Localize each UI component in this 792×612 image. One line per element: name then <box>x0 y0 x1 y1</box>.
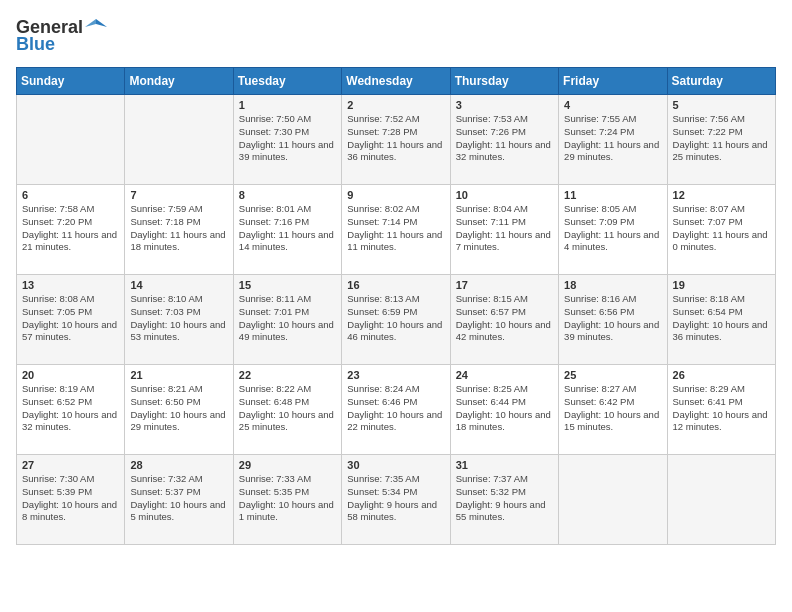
day-info: Sunrise: 8:13 AM Sunset: 6:59 PM Dayligh… <box>347 293 444 344</box>
calendar-cell: 3Sunrise: 7:53 AM Sunset: 7:26 PM Daylig… <box>450 95 558 185</box>
day-number: 18 <box>564 279 661 291</box>
calendar-cell: 13Sunrise: 8:08 AM Sunset: 7:05 PM Dayli… <box>17 275 125 365</box>
calendar-cell <box>559 455 667 545</box>
day-info: Sunrise: 8:29 AM Sunset: 6:41 PM Dayligh… <box>673 383 770 434</box>
day-info: Sunrise: 7:55 AM Sunset: 7:24 PM Dayligh… <box>564 113 661 164</box>
day-number: 7 <box>130 189 227 201</box>
calendar-week-3: 13Sunrise: 8:08 AM Sunset: 7:05 PM Dayli… <box>17 275 776 365</box>
calendar-cell: 1Sunrise: 7:50 AM Sunset: 7:30 PM Daylig… <box>233 95 341 185</box>
day-info: Sunrise: 8:07 AM Sunset: 7:07 PM Dayligh… <box>673 203 770 254</box>
day-number: 4 <box>564 99 661 111</box>
day-number: 22 <box>239 369 336 381</box>
day-number: 26 <box>673 369 770 381</box>
day-info: Sunrise: 8:21 AM Sunset: 6:50 PM Dayligh… <box>130 383 227 434</box>
calendar-cell: 31Sunrise: 7:37 AM Sunset: 5:32 PM Dayli… <box>450 455 558 545</box>
day-number: 6 <box>22 189 119 201</box>
day-number: 1 <box>239 99 336 111</box>
day-number: 8 <box>239 189 336 201</box>
calendar-week-5: 27Sunrise: 7:30 AM Sunset: 5:39 PM Dayli… <box>17 455 776 545</box>
calendar-table: SundayMondayTuesdayWednesdayThursdayFrid… <box>16 67 776 545</box>
day-number: 25 <box>564 369 661 381</box>
calendar-cell: 8Sunrise: 8:01 AM Sunset: 7:16 PM Daylig… <box>233 185 341 275</box>
day-number: 17 <box>456 279 553 291</box>
calendar-cell: 28Sunrise: 7:32 AM Sunset: 5:37 PM Dayli… <box>125 455 233 545</box>
day-number: 5 <box>673 99 770 111</box>
calendar-cell: 10Sunrise: 8:04 AM Sunset: 7:11 PM Dayli… <box>450 185 558 275</box>
day-number: 13 <box>22 279 119 291</box>
day-number: 19 <box>673 279 770 291</box>
header-wednesday: Wednesday <box>342 68 450 95</box>
calendar-week-4: 20Sunrise: 8:19 AM Sunset: 6:52 PM Dayli… <box>17 365 776 455</box>
day-info: Sunrise: 8:01 AM Sunset: 7:16 PM Dayligh… <box>239 203 336 254</box>
calendar-cell: 4Sunrise: 7:55 AM Sunset: 7:24 PM Daylig… <box>559 95 667 185</box>
day-number: 9 <box>347 189 444 201</box>
day-info: Sunrise: 7:59 AM Sunset: 7:18 PM Dayligh… <box>130 203 227 254</box>
svg-marker-1 <box>85 19 96 27</box>
day-info: Sunrise: 8:08 AM Sunset: 7:05 PM Dayligh… <box>22 293 119 344</box>
header-tuesday: Tuesday <box>233 68 341 95</box>
calendar-cell: 27Sunrise: 7:30 AM Sunset: 5:39 PM Dayli… <box>17 455 125 545</box>
day-info: Sunrise: 7:33 AM Sunset: 5:35 PM Dayligh… <box>239 473 336 524</box>
svg-marker-0 <box>96 19 107 27</box>
calendar-cell: 22Sunrise: 8:22 AM Sunset: 6:48 PM Dayli… <box>233 365 341 455</box>
day-number: 24 <box>456 369 553 381</box>
calendar-cell: 14Sunrise: 8:10 AM Sunset: 7:03 PM Dayli… <box>125 275 233 365</box>
calendar-cell: 6Sunrise: 7:58 AM Sunset: 7:20 PM Daylig… <box>17 185 125 275</box>
calendar-cell <box>125 95 233 185</box>
header-thursday: Thursday <box>450 68 558 95</box>
day-number: 20 <box>22 369 119 381</box>
day-info: Sunrise: 7:37 AM Sunset: 5:32 PM Dayligh… <box>456 473 553 524</box>
day-number: 23 <box>347 369 444 381</box>
day-number: 10 <box>456 189 553 201</box>
day-info: Sunrise: 7:35 AM Sunset: 5:34 PM Dayligh… <box>347 473 444 524</box>
calendar-cell <box>667 455 775 545</box>
day-info: Sunrise: 7:56 AM Sunset: 7:22 PM Dayligh… <box>673 113 770 164</box>
header-monday: Monday <box>125 68 233 95</box>
logo-blue-text: Blue <box>16 34 55 55</box>
day-info: Sunrise: 8:16 AM Sunset: 6:56 PM Dayligh… <box>564 293 661 344</box>
day-number: 12 <box>673 189 770 201</box>
calendar-cell: 5Sunrise: 7:56 AM Sunset: 7:22 PM Daylig… <box>667 95 775 185</box>
calendar-cell: 17Sunrise: 8:15 AM Sunset: 6:57 PM Dayli… <box>450 275 558 365</box>
calendar-cell: 20Sunrise: 8:19 AM Sunset: 6:52 PM Dayli… <box>17 365 125 455</box>
day-number: 31 <box>456 459 553 471</box>
day-number: 28 <box>130 459 227 471</box>
day-info: Sunrise: 8:18 AM Sunset: 6:54 PM Dayligh… <box>673 293 770 344</box>
calendar-cell: 9Sunrise: 8:02 AM Sunset: 7:14 PM Daylig… <box>342 185 450 275</box>
day-info: Sunrise: 8:19 AM Sunset: 6:52 PM Dayligh… <box>22 383 119 434</box>
calendar-cell: 18Sunrise: 8:16 AM Sunset: 6:56 PM Dayli… <box>559 275 667 365</box>
calendar-cell <box>17 95 125 185</box>
day-info: Sunrise: 7:32 AM Sunset: 5:37 PM Dayligh… <box>130 473 227 524</box>
day-number: 29 <box>239 459 336 471</box>
day-number: 27 <box>22 459 119 471</box>
day-number: 11 <box>564 189 661 201</box>
day-info: Sunrise: 8:15 AM Sunset: 6:57 PM Dayligh… <box>456 293 553 344</box>
calendar-cell: 15Sunrise: 8:11 AM Sunset: 7:01 PM Dayli… <box>233 275 341 365</box>
day-number: 16 <box>347 279 444 291</box>
day-number: 15 <box>239 279 336 291</box>
logo: General Blue <box>16 16 107 55</box>
day-info: Sunrise: 8:10 AM Sunset: 7:03 PM Dayligh… <box>130 293 227 344</box>
header-friday: Friday <box>559 68 667 95</box>
calendar-cell: 2Sunrise: 7:52 AM Sunset: 7:28 PM Daylig… <box>342 95 450 185</box>
calendar-week-1: 1Sunrise: 7:50 AM Sunset: 7:30 PM Daylig… <box>17 95 776 185</box>
day-info: Sunrise: 8:27 AM Sunset: 6:42 PM Dayligh… <box>564 383 661 434</box>
calendar-cell: 19Sunrise: 8:18 AM Sunset: 6:54 PM Dayli… <box>667 275 775 365</box>
day-info: Sunrise: 8:24 AM Sunset: 6:46 PM Dayligh… <box>347 383 444 434</box>
day-number: 30 <box>347 459 444 471</box>
calendar-cell: 7Sunrise: 7:59 AM Sunset: 7:18 PM Daylig… <box>125 185 233 275</box>
calendar-header-row: SundayMondayTuesdayWednesdayThursdayFrid… <box>17 68 776 95</box>
day-number: 2 <box>347 99 444 111</box>
calendar-cell: 21Sunrise: 8:21 AM Sunset: 6:50 PM Dayli… <box>125 365 233 455</box>
calendar-cell: 12Sunrise: 8:07 AM Sunset: 7:07 PM Dayli… <box>667 185 775 275</box>
day-info: Sunrise: 8:05 AM Sunset: 7:09 PM Dayligh… <box>564 203 661 254</box>
calendar-cell: 25Sunrise: 8:27 AM Sunset: 6:42 PM Dayli… <box>559 365 667 455</box>
day-info: Sunrise: 8:11 AM Sunset: 7:01 PM Dayligh… <box>239 293 336 344</box>
header-saturday: Saturday <box>667 68 775 95</box>
page-header: General Blue <box>16 16 776 55</box>
calendar-week-2: 6Sunrise: 7:58 AM Sunset: 7:20 PM Daylig… <box>17 185 776 275</box>
day-info: Sunrise: 8:04 AM Sunset: 7:11 PM Dayligh… <box>456 203 553 254</box>
day-info: Sunrise: 8:22 AM Sunset: 6:48 PM Dayligh… <box>239 383 336 434</box>
day-info: Sunrise: 7:30 AM Sunset: 5:39 PM Dayligh… <box>22 473 119 524</box>
calendar-cell: 26Sunrise: 8:29 AM Sunset: 6:41 PM Dayli… <box>667 365 775 455</box>
